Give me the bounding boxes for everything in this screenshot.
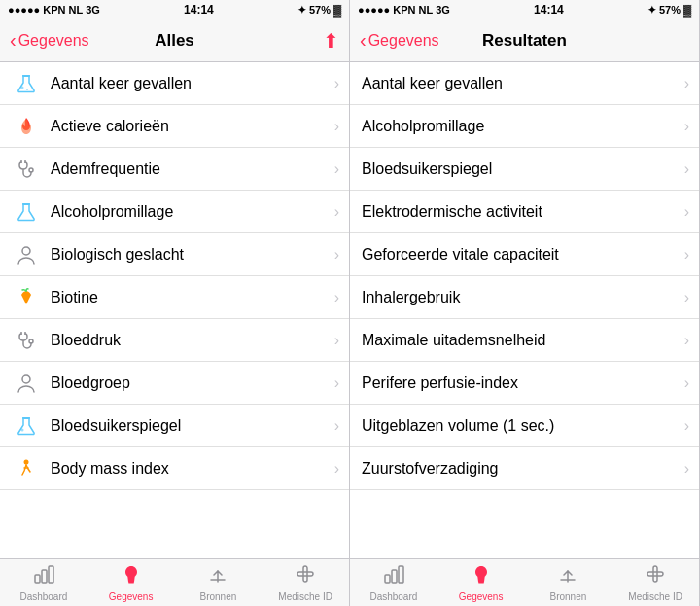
left-list-item-9[interactable]: Body mass index › bbox=[0, 447, 349, 490]
right-tab-bronnen[interactable]: Bronnen bbox=[525, 559, 612, 606]
right-dashboard-icon bbox=[383, 563, 404, 589]
right-list-item-4[interactable]: Geforceerde vitale capaciteit › bbox=[350, 233, 699, 276]
svg-rect-21 bbox=[385, 575, 390, 583]
left-item-8-label: Bloedsuikerspiegel bbox=[51, 417, 331, 435]
svg-rect-0 bbox=[22, 75, 30, 77]
right-item-1-label: Alcoholpromillage bbox=[362, 118, 681, 135]
left-tab-gegevens[interactable]: Gegevens bbox=[88, 559, 175, 606]
left-carrier: KPN NL bbox=[43, 4, 83, 16]
left-item-9-icon bbox=[12, 454, 41, 483]
left-item-6-icon bbox=[12, 326, 41, 355]
left-list-item-6[interactable]: Bloeddruk › bbox=[0, 319, 349, 362]
right-time: 14:14 bbox=[534, 3, 564, 17]
right-list-item-2[interactable]: Bloedsuikerspiegel › bbox=[350, 148, 699, 191]
left-tab-bronnen-label: Bronnen bbox=[199, 591, 236, 602]
svg-rect-20 bbox=[298, 572, 313, 576]
svg-point-2 bbox=[26, 89, 28, 90]
right-item-7-chevron-icon: › bbox=[684, 374, 689, 392]
left-item-3-chevron-icon: › bbox=[334, 203, 339, 221]
right-list-item-1[interactable]: Alcoholpromillage › bbox=[350, 105, 699, 148]
right-item-1-chevron-icon: › bbox=[684, 118, 689, 135]
right-tab-dashboard-label: Dashboard bbox=[369, 591, 417, 602]
left-item-8-chevron-icon: › bbox=[334, 417, 339, 435]
left-back-button[interactable]: ‹ Gegevens bbox=[10, 29, 89, 52]
left-gegevens-icon bbox=[121, 563, 142, 589]
right-network: 3G bbox=[436, 4, 450, 16]
svg-point-7 bbox=[22, 247, 30, 255]
left-back-label: Gegevens bbox=[18, 32, 89, 50]
left-item-1-chevron-icon: › bbox=[334, 118, 339, 135]
left-list-item-0[interactable]: Aantal keer gevallen › bbox=[0, 62, 349, 105]
right-tab-medischeid[interactable]: Medische ID bbox=[612, 559, 699, 606]
left-bluetooth-icon: ✦ bbox=[298, 4, 306, 17]
right-tab-gegevens[interactable]: Gegevens bbox=[438, 559, 525, 606]
right-item-5-chevron-icon: › bbox=[684, 289, 689, 306]
svg-rect-15 bbox=[35, 575, 40, 583]
left-share-button[interactable]: ⬆ bbox=[323, 29, 339, 53]
right-list-item-7[interactable]: Perifere perfusie-index › bbox=[350, 362, 699, 405]
right-item-0-chevron-icon: › bbox=[684, 75, 689, 92]
right-medischeid-icon bbox=[645, 563, 666, 589]
right-item-3-chevron-icon: › bbox=[684, 203, 689, 221]
right-item-9-label: Zuurstofverzadiging bbox=[362, 460, 681, 478]
right-back-label: Gegevens bbox=[368, 32, 439, 50]
svg-point-11 bbox=[22, 375, 30, 383]
left-tab-gegevens-label: Gegevens bbox=[109, 591, 154, 602]
right-item-4-chevron-icon: › bbox=[684, 246, 689, 264]
left-nav-bar: ‹ Gegevens Alles ⬆ bbox=[0, 19, 349, 62]
left-tab-dashboard[interactable]: Dashboard bbox=[0, 559, 88, 606]
left-list-item-7[interactable]: Bloedgroep › bbox=[0, 362, 349, 405]
right-item-6-label: Maximale uitademsnelheid bbox=[362, 332, 681, 349]
right-list-item-3[interactable]: Elektrodermische activiteit › bbox=[350, 191, 699, 233]
left-item-4-icon bbox=[12, 240, 41, 269]
right-list-item-5[interactable]: Inhalergebruik › bbox=[350, 276, 699, 319]
left-list-item-2[interactable]: Ademfrequentie › bbox=[0, 148, 349, 191]
right-back-button[interactable]: ‹ Gegevens bbox=[360, 29, 439, 52]
svg-rect-12 bbox=[22, 417, 30, 419]
svg-point-8 bbox=[29, 339, 33, 343]
left-panel: ●●●●● KPN NL 3G 14:14 ✦ 57% ▓ ‹ Gegevens… bbox=[0, 0, 350, 606]
right-tab-bar: Dashboard Gegevens Bronnen bbox=[350, 558, 699, 606]
left-list-item-5[interactable]: Biotine › bbox=[0, 276, 349, 319]
left-status-left: ●●●●● KPN NL 3G bbox=[8, 4, 100, 16]
right-nav-title: Resultaten bbox=[482, 31, 567, 51]
left-item-5-chevron-icon: › bbox=[334, 289, 339, 306]
left-item-7-icon bbox=[12, 369, 41, 398]
right-list-item-9[interactable]: Zuurstofverzadiging › bbox=[350, 447, 699, 490]
right-tab-dashboard[interactable]: Dashboard bbox=[350, 559, 438, 606]
left-item-6-chevron-icon: › bbox=[334, 332, 339, 349]
left-item-3-icon bbox=[12, 197, 41, 227]
right-list-item-6[interactable]: Maximale uitademsnelheid › bbox=[350, 319, 699, 362]
left-item-2-label: Ademfrequentie bbox=[51, 160, 331, 178]
right-gegevens-icon bbox=[471, 563, 492, 589]
left-item-1-label: Actieve calorieën bbox=[51, 118, 331, 135]
left-status-right: ✦ 57% ▓ bbox=[298, 4, 341, 17]
left-tab-bar: Dashboard Gegevens Bronnen bbox=[0, 558, 349, 606]
left-item-9-chevron-icon: › bbox=[334, 460, 339, 478]
left-tab-bronnen[interactable]: Bronnen bbox=[175, 559, 262, 606]
right-bluetooth-icon: ✦ bbox=[648, 4, 656, 17]
left-item-4-label: Biologisch geslacht bbox=[51, 246, 331, 264]
svg-rect-22 bbox=[392, 570, 397, 583]
left-item-2-icon bbox=[12, 155, 41, 184]
right-item-8-label: Uitgeblazen volume (1 sec.) bbox=[362, 417, 681, 435]
left-item-4-chevron-icon: › bbox=[334, 246, 339, 264]
right-tab-bronnen-label: Bronnen bbox=[549, 591, 586, 602]
right-list-item-0[interactable]: Aantal keer gevallen › bbox=[350, 62, 699, 105]
svg-rect-6 bbox=[22, 203, 30, 205]
left-list-item-4[interactable]: Biologisch geslacht › bbox=[0, 233, 349, 276]
left-item-7-label: Bloedgroep bbox=[51, 374, 331, 392]
left-item-9-label: Body mass index bbox=[51, 460, 331, 478]
left-list-item-1[interactable]: Actieve calorieën › bbox=[0, 105, 349, 148]
left-tab-medischeid[interactable]: Medische ID bbox=[262, 559, 349, 606]
right-item-8-chevron-icon: › bbox=[684, 417, 689, 435]
left-list-item-3[interactable]: Alcoholpromillage › bbox=[0, 191, 349, 233]
left-list-item-8[interactable]: Bloedsuikerspiegel › bbox=[0, 405, 349, 447]
left-item-0-icon bbox=[12, 69, 41, 98]
left-item-5-icon bbox=[12, 283, 41, 312]
right-tab-medischeid-label: Medische ID bbox=[628, 591, 682, 602]
svg-rect-19 bbox=[303, 566, 307, 582]
right-list-item-8[interactable]: Uitgeblazen volume (1 sec.) › bbox=[350, 405, 699, 447]
left-battery-icon: ▓ bbox=[333, 4, 341, 16]
svg-rect-16 bbox=[42, 570, 47, 583]
